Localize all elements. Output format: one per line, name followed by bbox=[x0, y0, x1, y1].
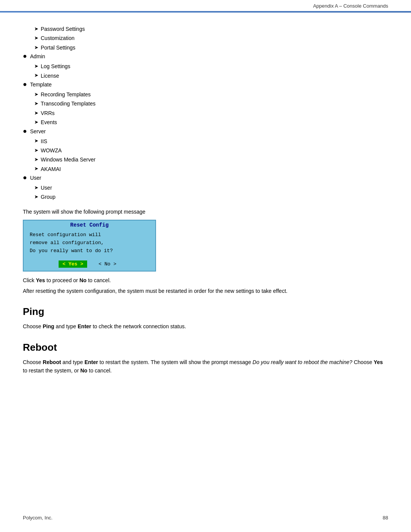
footer-page-number: 88 bbox=[383, 515, 388, 521]
item-label: Windows Media Server bbox=[41, 155, 96, 164]
item-label: AKAMAI bbox=[41, 165, 61, 173]
bullet-label: Template bbox=[30, 81, 52, 89]
item-label: User bbox=[41, 184, 52, 192]
prefix-sub-list: ➤ Password Settings ➤ Customization ➤ Po… bbox=[34, 25, 388, 52]
reboot-end-bold1: Yes bbox=[374, 359, 383, 365]
yes-button[interactable]: < Yes > bbox=[59, 260, 87, 268]
bullet-user: ● User bbox=[23, 174, 388, 182]
bullet-dot: ● bbox=[23, 80, 27, 89]
prompt-text: The system will show the following promp… bbox=[23, 208, 388, 216]
list-item: ➤ AKAMAI bbox=[34, 165, 388, 173]
bullet-admin: ● Admin bbox=[23, 53, 388, 61]
terminal-buttons: < Yes > < No > bbox=[24, 258, 155, 271]
reboot-end-middle: to restart the system, or bbox=[23, 367, 80, 374]
admin-sub-list: ➤ Log Settings ➤ License bbox=[34, 62, 388, 80]
ping-bold2: Enter bbox=[78, 323, 91, 329]
arrow-icon: ➤ bbox=[34, 118, 38, 126]
item-label: Recording Templates bbox=[41, 90, 91, 99]
terminal-title: Reset Config bbox=[24, 220, 155, 230]
arrow-icon: ➤ bbox=[34, 147, 38, 155]
after-reset-note: After resetting the system configuration… bbox=[23, 287, 388, 295]
click-note-no: No bbox=[80, 277, 87, 283]
terminal-line-1: Reset configuration will bbox=[30, 231, 149, 239]
arrow-icon: ➤ bbox=[34, 156, 38, 164]
click-note-yes: Yes bbox=[36, 277, 45, 283]
reboot-end: to cancel. bbox=[88, 367, 112, 374]
bullet-template: ● Template bbox=[23, 81, 388, 89]
item-label: Events bbox=[41, 118, 57, 126]
item-label: License bbox=[41, 72, 59, 80]
arrow-icon: ➤ bbox=[34, 165, 38, 173]
item-label: Group bbox=[41, 193, 56, 201]
click-note-middle: to proceed or bbox=[45, 277, 79, 283]
reboot-end-bold2: No bbox=[80, 367, 88, 374]
list-item: ➤ WOWZA bbox=[34, 146, 388, 155]
ping-section-title: Ping bbox=[23, 306, 388, 318]
reboot-before: Choose bbox=[23, 359, 43, 365]
arrow-icon: ➤ bbox=[34, 100, 38, 108]
ping-desc-before: Choose bbox=[23, 323, 43, 329]
reboot-middle1: and type bbox=[61, 359, 84, 365]
list-item: ➤ Log Settings bbox=[34, 62, 388, 70]
bullet-label: User bbox=[30, 174, 41, 182]
page-container: Appendix A – Console Commands ➤ Password… bbox=[0, 0, 411, 532]
item-label: Portal Settings bbox=[41, 43, 75, 52]
list-item: ➤ License bbox=[34, 72, 388, 80]
arrow-icon: ➤ bbox=[34, 25, 38, 33]
terminal-line-3: Do you really want to do it? bbox=[30, 247, 149, 255]
ping-desc-after: to check the network connection status. bbox=[91, 323, 186, 329]
click-note-before: Click bbox=[23, 277, 36, 283]
arrow-icon: ➤ bbox=[34, 44, 38, 52]
list-item: ➤ IIS bbox=[34, 137, 388, 145]
list-item: ➤ Transcoding Templates bbox=[34, 99, 388, 108]
header-title: Appendix A – Console Commands bbox=[313, 3, 388, 9]
arrow-icon: ➤ bbox=[34, 109, 38, 117]
reboot-section-title: Reboot bbox=[23, 342, 388, 353]
item-label: Transcoding Templates bbox=[41, 99, 96, 108]
list-item: ➤ VRRs bbox=[34, 109, 388, 117]
ping-description: Choose Ping and type Enter to check the … bbox=[23, 322, 388, 331]
item-label: Customization bbox=[41, 34, 75, 42]
terminal-line-2: remove all configuration, bbox=[30, 239, 149, 247]
item-label: IIS bbox=[41, 137, 47, 145]
reboot-middle2: to restart the system. The system will s… bbox=[98, 359, 253, 365]
reboot-bold1: Reboot bbox=[43, 359, 61, 365]
footer: Polycom, Inc. 88 bbox=[23, 515, 388, 521]
click-note-after: to cancel. bbox=[86, 277, 111, 283]
bullet-label: Admin bbox=[30, 53, 45, 61]
arrow-icon: ➤ bbox=[34, 193, 38, 201]
ping-desc-middle: and type bbox=[54, 323, 78, 329]
arrow-icon: ➤ bbox=[34, 62, 38, 70]
list-item: ➤ Events bbox=[34, 118, 388, 126]
list-item: ➤ User bbox=[34, 184, 388, 192]
template-sub-list: ➤ Recording Templates ➤ Transcoding Temp… bbox=[34, 90, 388, 127]
no-button[interactable]: < No > bbox=[95, 260, 120, 268]
list-item: ➤ Portal Settings bbox=[34, 43, 388, 52]
ping-bold1: Ping bbox=[43, 323, 54, 329]
reboot-bold2: Enter bbox=[84, 359, 98, 365]
bullet-dot: ● bbox=[23, 174, 27, 182]
reboot-italic: Do you really want to reboot the machine… bbox=[253, 359, 352, 365]
bullet-label: Server bbox=[30, 128, 46, 136]
reboot-end-before: Choose bbox=[352, 359, 374, 365]
item-label: VRRs bbox=[41, 109, 55, 117]
user-sub-list: ➤ User ➤ Group bbox=[34, 184, 388, 201]
arrow-icon: ➤ bbox=[34, 34, 38, 42]
list-item: ➤ Group bbox=[34, 193, 388, 201]
arrow-icon: ➤ bbox=[34, 91, 38, 99]
terminal-body: Reset configuration will remove all conf… bbox=[24, 230, 155, 258]
list-item: ➤ Password Settings bbox=[34, 25, 388, 33]
arrow-icon: ➤ bbox=[34, 184, 38, 192]
content-area: ➤ Password Settings ➤ Customization ➤ Po… bbox=[0, 13, 411, 401]
server-sub-list: ➤ IIS ➤ WOWZA ➤ Windows Media Server ➤ A… bbox=[34, 137, 388, 174]
arrow-icon: ➤ bbox=[34, 72, 38, 80]
arrow-icon: ➤ bbox=[34, 137, 38, 145]
bullet-server: ● Server bbox=[23, 128, 388, 136]
item-label: Log Settings bbox=[41, 62, 70, 70]
item-label: Password Settings bbox=[41, 25, 85, 33]
list-item: ➤ Recording Templates bbox=[34, 90, 388, 99]
list-item: ➤ Customization bbox=[34, 34, 388, 42]
header-bar: Appendix A – Console Commands bbox=[0, 0, 411, 12]
reboot-description: Choose Reboot and type Enter to restart … bbox=[23, 358, 388, 375]
click-note: Click Yes to proceed or No to cancel. bbox=[23, 276, 388, 284]
